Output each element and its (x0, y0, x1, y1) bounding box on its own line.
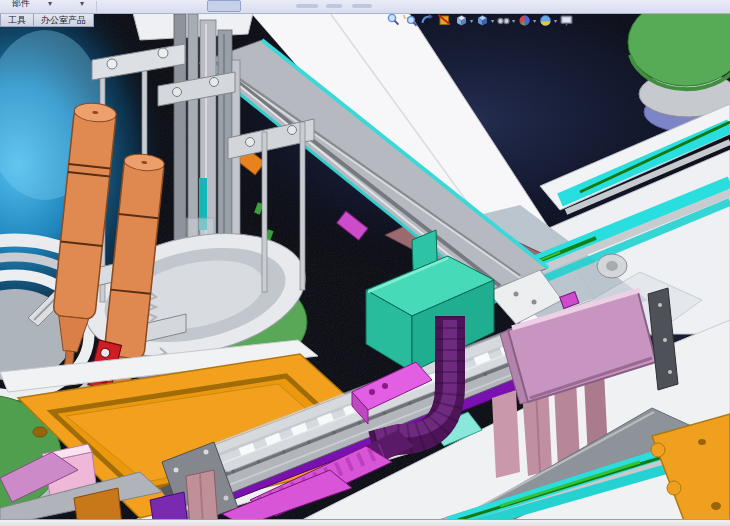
edit-appearance-icon[interactable] (517, 12, 532, 28)
disabled-toolbar-item (352, 4, 372, 8)
commandmanager-tabs: 工具 办公室产品 (0, 13, 94, 27)
pressed-toolbar-button[interactable] (207, 0, 241, 12)
chevron-down-icon[interactable]: ▾ (512, 17, 515, 24)
hide-show-items-icon[interactable] (496, 12, 511, 28)
viewport-3d[interactable] (0, 13, 730, 519)
chevron-down-icon[interactable]: ▾ (491, 17, 494, 24)
section-view-icon[interactable] (437, 12, 452, 28)
view-orientation-icon[interactable] (454, 12, 469, 28)
disabled-toolbar-item (296, 4, 318, 8)
chevron-down-icon[interactable]: ▾ (48, 0, 52, 8)
display-style-icon[interactable] (475, 12, 490, 28)
tab-office-products[interactable]: 办公室产品 (34, 13, 94, 27)
disabled-toolbar-item (326, 4, 342, 8)
view-settings-icon[interactable] (559, 12, 574, 28)
tab-tools[interactable]: 工具 (0, 13, 34, 27)
chevron-down-icon[interactable]: ▾ (80, 0, 84, 8)
component-button[interactable]: 部件 (12, 0, 30, 10)
chevron-down-icon[interactable]: ▾ (554, 17, 557, 24)
toolbar-separator (96, 1, 97, 12)
chevron-down-icon[interactable]: ▾ (533, 17, 536, 24)
zoom-to-area-icon[interactable] (403, 12, 418, 28)
apply-scene-icon[interactable] (538, 12, 553, 28)
chevron-down-icon[interactable]: ▾ (470, 17, 473, 24)
zoom-to-fit-icon[interactable] (386, 12, 401, 28)
top-toolbar: 部件 ▾ ▾ (0, 0, 730, 14)
status-bar (0, 519, 730, 526)
cad-application-window: 部件 ▾ ▾ 工具 办公室产品 ▾ ▾ ▾ ▾ (0, 0, 730, 526)
previous-view-icon[interactable] (420, 12, 435, 28)
